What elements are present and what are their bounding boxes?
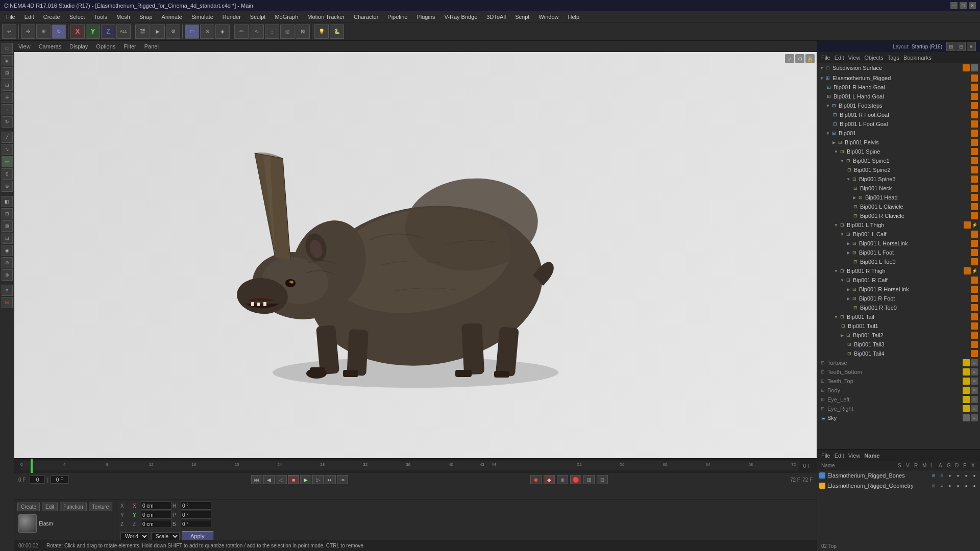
- tree-bip001[interactable]: ▼ ⊞ Bip001: [817, 129, 980, 138]
- tree-neck[interactable]: ⊡ Bip001 Neck: [817, 184, 980, 193]
- frame-input[interactable]: [30, 475, 45, 484]
- tree-r-toe0[interactable]: ⊡ Bip001 R Toe0: [817, 303, 980, 312]
- tree-subdivision-surface[interactable]: ▼ □ Subdivision Surface: [817, 63, 980, 72]
- menu-mesh[interactable]: Mesh: [112, 13, 134, 21]
- tree-r-thigh[interactable]: ▼ ⊡ Bip001 R Thigh ⚡: [817, 266, 980, 276]
- material-item[interactable]: Elasm: [16, 512, 114, 535]
- stop-button[interactable]: ■: [288, 475, 299, 484]
- tree-l-foot[interactable]: ▶ ⊡ Bip001 L Foot: [817, 248, 980, 257]
- mat-function-button[interactable]: Function: [60, 503, 86, 511]
- tree-footsteps[interactable]: ▼ ⊡ Bip001 Footsteps: [817, 101, 980, 110]
- menu-help[interactable]: Help: [564, 13, 584, 21]
- pos-z-input[interactable]: [141, 520, 172, 528]
- window-controls[interactable]: — □ ✕: [950, 2, 976, 9]
- object-mode[interactable]: □: [185, 24, 199, 39]
- maximize-viewport[interactable]: ⤢: [785, 54, 794, 63]
- close-button[interactable]: ✕: [969, 2, 976, 9]
- menu-sculpt[interactable]: Sculpt: [246, 13, 270, 21]
- tree-l-clavicle[interactable]: ⊡ Bip001 L Clavicle: [817, 202, 980, 211]
- texture-mode[interactable]: ◈: [215, 24, 230, 39]
- sculpt-mode[interactable]: ⊘: [200, 24, 214, 39]
- sidebar-object-mode[interactable]: □: [2, 43, 13, 54]
- objects-menu-file[interactable]: File: [821, 55, 830, 61]
- tree-head[interactable]: ▶ ⊡ Bip001 Head: [817, 193, 980, 202]
- prev-frame[interactable]: ◀: [263, 475, 275, 484]
- viewport-menu-display[interactable]: Display: [69, 43, 88, 49]
- next-frame[interactable]: ▷: [312, 475, 324, 484]
- sidebar-tool-f[interactable]: ⊕: [2, 257, 13, 268]
- go-to-start[interactable]: ⏮: [251, 475, 262, 484]
- render-settings[interactable]: ⚙: [166, 24, 180, 39]
- tree-sky[interactable]: ☁ Sky ≡: [817, 413, 980, 422]
- tree-tail3[interactable]: ⊡ Bip001 Tail3: [817, 340, 980, 349]
- record-button[interactable]: ⏺: [530, 475, 542, 484]
- menu-pipeline[interactable]: Pipeline: [383, 13, 411, 21]
- mat-edit-button[interactable]: Edit: [42, 503, 58, 511]
- edit-spline[interactable]: ∿: [250, 24, 264, 39]
- tree-tail2[interactable]: ▶ ⊡ Bip001 Tail2: [817, 331, 980, 340]
- time-input[interactable]: [51, 475, 69, 484]
- x-axis[interactable]: X: [70, 24, 85, 39]
- pos-y-input[interactable]: [141, 511, 172, 519]
- tree-r-foot-goal[interactable]: ⊡ Bip001 R Foot.Goal: [817, 110, 980, 119]
- draw-tool[interactable]: ✏: [234, 24, 249, 39]
- sidebar-tool-a[interactable]: ◧: [2, 196, 13, 207]
- sidebar-move[interactable]: ✛: [2, 92, 13, 103]
- menu-render[interactable]: Render: [218, 13, 245, 21]
- objects-menu-view[interactable]: View: [848, 55, 861, 61]
- om-bones-item[interactable]: Elasmotherium_Rigged_Bones ⊞ ≡ ● ● ● ●: [817, 470, 980, 481]
- move-tool[interactable]: ✛: [21, 24, 35, 39]
- menu-mograph[interactable]: MoGraph: [271, 13, 302, 21]
- maximize-button[interactable]: □: [960, 2, 967, 9]
- layout-btn-1[interactable]: ⊞: [946, 42, 955, 51]
- tree-r-clavicle[interactable]: ⊡ Bip001 R Clavicle: [817, 211, 980, 220]
- go-to-end[interactable]: ⏭: [325, 475, 336, 484]
- menu-3dtoall[interactable]: 3DToAll: [482, 13, 510, 21]
- tree-elasmotherium-rigged[interactable]: ▼ ⊞ Elasmotherium_Rigged: [817, 73, 980, 83]
- menu-character[interactable]: Character: [350, 13, 382, 21]
- tree-l-foot-goal[interactable]: ⊡ Bip001 L Foot.Goal: [817, 119, 980, 129]
- tree-eye-right[interactable]: ⊡ Eye_Right ≡: [817, 404, 980, 413]
- menu-simulate[interactable]: Simulate: [187, 13, 217, 21]
- tree-body[interactable]: ⊡ Body ≡: [817, 386, 980, 395]
- menu-plugins[interactable]: Plugins: [412, 13, 439, 21]
- viewport-lock[interactable]: 🔒: [805, 54, 815, 63]
- sidebar-tool-e[interactable]: ◉: [2, 245, 13, 256]
- tree-tail1[interactable]: ⊡ Bip001 Tail1: [817, 321, 980, 331]
- undo-button[interactable]: ↩: [2, 24, 16, 39]
- sidebar-dollar[interactable]: $: [2, 168, 13, 180]
- z-axis[interactable]: Z: [101, 24, 115, 39]
- rot-b-input[interactable]: [181, 520, 211, 528]
- scale-tool[interactable]: ⊞: [36, 24, 51, 39]
- render-view[interactable]: 🎬: [135, 24, 150, 39]
- tree-l-thigh[interactable]: ▼ ⊡ Bip001 L Thigh ⚡: [817, 220, 980, 230]
- sidebar-spline[interactable]: ∿: [2, 144, 13, 155]
- menu-motion-tracker[interactable]: Motion Tracker: [303, 13, 349, 21]
- mat-texture-button[interactable]: Texture: [89, 503, 113, 511]
- menu-animate[interactable]: Animate: [158, 13, 186, 21]
- viewport-settings[interactable]: ⚙: [795, 54, 804, 63]
- scale-select[interactable]: Scale: [151, 532, 180, 541]
- menu-vray[interactable]: V-Ray Bridge: [440, 13, 482, 21]
- go-to-end-2[interactable]: ↠: [337, 475, 348, 484]
- play-forward[interactable]: ▶: [300, 475, 311, 484]
- sidebar-swirl[interactable]: ⊛: [2, 181, 13, 192]
- om-menu-view[interactable]: View: [848, 453, 861, 459]
- 3d-viewport[interactable]: ⤢ ⚙ 🔒: [14, 52, 817, 458]
- viewport-menu-filter[interactable]: Filter: [124, 43, 136, 49]
- timeline-ruler[interactable]: 0 4 8 12 16 20 24 28 32 36 40 44 43 52 5…: [20, 461, 799, 470]
- y-axis[interactable]: Y: [86, 24, 100, 39]
- python-tool[interactable]: 🐍: [330, 24, 344, 39]
- sidebar-texture[interactable]: ◈: [2, 55, 13, 66]
- sidebar-paintbrush[interactable]: ✏: [2, 156, 13, 167]
- menu-select[interactable]: Select: [65, 13, 89, 21]
- menu-create[interactable]: Create: [39, 13, 64, 21]
- tree-r-hand-goal[interactable]: ⊡ Bip001 R Hand.Goal: [817, 83, 980, 92]
- tree-l-horselink[interactable]: ▶ ⊡ Bip001 L HorseLink: [817, 239, 980, 248]
- rotate-tool[interactable]: ↻: [52, 24, 66, 39]
- light-tool[interactable]: 💡: [314, 24, 329, 39]
- all-axes[interactable]: ALL: [116, 24, 131, 39]
- tree-r-horselink[interactable]: ▶ ⊡ Bip001 R HorseLink: [817, 285, 980, 294]
- sidebar-maxon[interactable]: M: [2, 297, 13, 308]
- om-geometry-item[interactable]: Elasmotherium_Rigged_Geometry ⊞ ≡ ● ● ● …: [817, 481, 980, 491]
